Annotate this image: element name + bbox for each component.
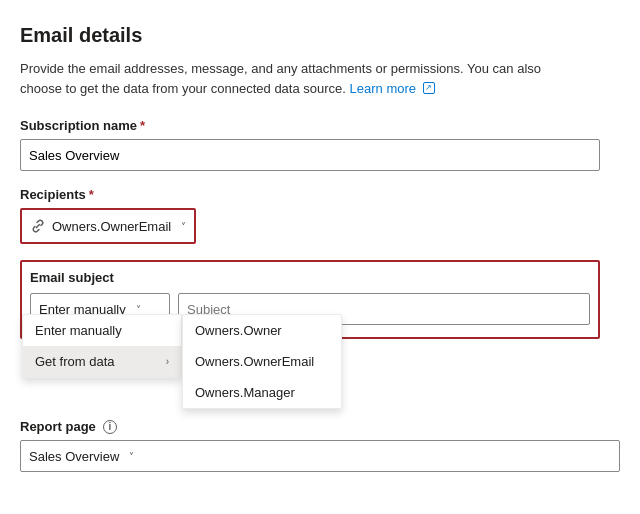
recipients-chevron-icon: ˅: [181, 221, 186, 232]
recipients-dropdown[interactable]: Owners.OwnerEmail ˅: [20, 208, 196, 244]
recipients-label: Recipients *: [20, 187, 620, 202]
page-description: Provide the email addresses, message, an…: [20, 59, 580, 98]
recipients-section: Recipients * Owners.OwnerEmail ˅: [20, 187, 620, 244]
email-subject-section: Email subject Enter manually ˅ Enter man…: [20, 260, 620, 339]
required-indicator: *: [140, 118, 145, 133]
report-page-value: Sales Overview: [29, 449, 119, 464]
recipients-value: Owners.OwnerEmail: [52, 219, 171, 234]
dropdown-chevron-icon: ˅: [136, 304, 141, 315]
enter-manually-option[interactable]: Enter manually: [23, 315, 181, 346]
report-page-section: Report page i Sales Overview ˅: [20, 419, 620, 472]
subscription-name-input[interactable]: [20, 139, 600, 171]
report-page-chevron-icon: ˅: [129, 451, 134, 462]
owners-manager-option[interactable]: Owners.Manager: [183, 377, 341, 408]
subscription-name-label: Subscription name *: [20, 118, 620, 133]
subject-dropdown-menu: Enter manually Get from data ›: [22, 314, 182, 378]
page-title: Email details: [20, 24, 620, 47]
chain-icon: [30, 218, 46, 234]
submenu-chevron-icon: ›: [166, 356, 169, 367]
owners-owner-email-option[interactable]: Owners.OwnerEmail: [183, 346, 341, 377]
subscription-name-section: Subscription name *: [20, 118, 620, 171]
report-page-dropdown[interactable]: Sales Overview ˅: [20, 440, 620, 472]
report-page-info-icon[interactable]: i: [103, 420, 117, 434]
email-subject-label: Email subject: [30, 270, 590, 285]
data-source-submenu: Owners.Owner Owners.OwnerEmail Owners.Ma…: [182, 314, 342, 409]
learn-more-link[interactable]: Learn more: [350, 81, 435, 96]
required-indicator: *: [89, 187, 94, 202]
owners-owner-option[interactable]: Owners.Owner: [183, 315, 341, 346]
report-page-label: Report page i: [20, 419, 620, 434]
email-subject-container: Email subject Enter manually ˅ Enter man…: [20, 260, 600, 339]
get-from-data-option[interactable]: Get from data ›: [23, 346, 181, 377]
external-link-icon: [423, 82, 435, 94]
